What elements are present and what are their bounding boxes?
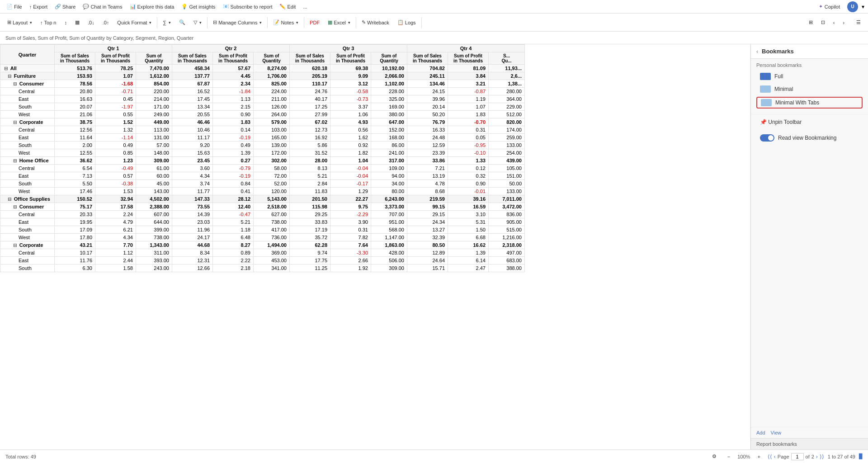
top-n-button[interactable]: ↑ Top n <box>37 19 60 27</box>
expand-row-icon[interactable]: ⊟ <box>8 74 13 79</box>
row-label-text: Consumer <box>19 81 44 86</box>
expand-row-icon[interactable]: ⊟ <box>13 120 18 125</box>
expand-row-icon[interactable]: ⊟ <box>13 204 18 209</box>
qtr2-header: Qtr 2 <box>172 45 290 52</box>
row-value: 2,6... <box>489 72 525 80</box>
row-value: 1.33 <box>448 157 489 165</box>
expand-panel-button[interactable]: ⊞ <box>805 18 816 27</box>
row-value: 393.00 <box>136 257 172 265</box>
layout-button[interactable]: ⊞ Layout <box>4 18 36 27</box>
menu-more[interactable]: ... <box>300 3 310 10</box>
decimal-down-button[interactable]: .0↓ <box>84 19 98 27</box>
table-container[interactable]: Quarter Qtr 1 Qtr 2 Qtr 3 Qtr 4 Sum of S… <box>0 44 750 449</box>
menu-subscribe[interactable]: 📧 Subscribe to report <box>220 3 275 10</box>
row-value: 0.55 <box>95 111 136 118</box>
row-value: -0.70 <box>448 118 489 126</box>
pdf-button[interactable]: PDF <box>306 19 323 27</box>
expand-row-icon[interactable]: ⊟ <box>13 158 18 163</box>
row-value: 2.15 <box>213 103 254 111</box>
row-value: 23.39 <box>407 149 448 157</box>
row-value: 325.00 <box>371 95 407 103</box>
prev-page-button[interactable]: ‹ <box>774 454 776 460</box>
row-value: 8,274.00 <box>254 65 290 72</box>
copilot-button[interactable]: ✦ Copilot <box>815 2 844 11</box>
search-button[interactable]: 🔍 <box>175 18 189 27</box>
sum-button[interactable]: ∑ <box>159 19 175 27</box>
row-value: 137.77 <box>172 72 213 80</box>
row-value: 6.68 <box>448 234 489 241</box>
row-value: 4.45 <box>213 72 254 80</box>
menu-share[interactable]: 🔗 Share <box>52 3 78 10</box>
row-value: 1.07 <box>448 103 489 111</box>
section-title: Personal bookmarks <box>756 62 863 68</box>
expand-row-icon[interactable]: ⊟ <box>4 66 9 71</box>
zoom-in-button[interactable]: + <box>754 453 764 461</box>
sort-asc-button[interactable]: ↕ <box>61 19 71 27</box>
row-value: 0.14 <box>213 126 254 134</box>
row-value: 2,518.00 <box>254 203 290 211</box>
row-value: 7.82 <box>330 234 371 241</box>
row-value: 449.00 <box>136 118 172 126</box>
row-value: 16.92 <box>290 134 330 142</box>
decimal-up-button[interactable]: .0↑ <box>99 19 113 27</box>
view-tab[interactable]: View <box>769 429 783 436</box>
menu-insights[interactable]: 💡 Get insights <box>179 3 218 10</box>
menu-chat-teams[interactable]: 💬 Chat in Teams <box>80 3 125 10</box>
row-value: 264.00 <box>254 111 290 118</box>
panel-back-icon[interactable]: ‹ <box>756 48 758 55</box>
excel-button[interactable]: ▦ Excel <box>324 18 354 27</box>
user-avatar[interactable]: U <box>847 1 858 12</box>
chevron-down-icon[interactable]: ▾ <box>862 4 864 10</box>
notes-button[interactable]: 📝 Notes <box>269 18 302 27</box>
nav-left-button[interactable]: ‹ <box>830 19 839 27</box>
writeback-button[interactable]: ✎ Writeback <box>358 18 393 27</box>
expand-row-icon[interactable]: ⊟ <box>13 81 18 86</box>
report-bookmarks-footer[interactable]: Report bookmarks <box>751 438 868 449</box>
unpin-toolbar-button[interactable]: 📌 Unpin Toolbar <box>756 116 863 128</box>
top-n-icon: ↑ <box>40 20 43 25</box>
conditional-format-button[interactable]: ▦ <box>71 18 83 27</box>
add-tab[interactable]: Add <box>755 429 767 436</box>
bookmark-minimal-tabs[interactable]: Minimal With Tabs <box>756 97 863 109</box>
menu-explore[interactable]: 📊 Explore this data <box>127 3 177 10</box>
row-value: 2.47 <box>448 265 489 272</box>
logs-button[interactable]: 📋 Logs <box>394 18 420 27</box>
row-value: 45.00 <box>136 180 172 188</box>
zoom-out-button[interactable]: − <box>724 453 734 461</box>
quick-format-button[interactable]: Quick Format <box>113 19 155 27</box>
notes-icon: 📝 <box>273 19 279 25</box>
nav-right-button[interactable]: › <box>839 19 848 27</box>
row-value: 4.93 <box>330 118 371 126</box>
next-page-button[interactable]: › <box>816 454 818 460</box>
bookmark-minimal[interactable]: Minimal <box>756 83 863 95</box>
expand-row-icon[interactable]: ⊟ <box>13 243 18 248</box>
menu-file[interactable]: 📄 File <box>4 3 25 10</box>
manage-columns-button[interactable]: ⊟ Manage Columns <box>209 18 265 27</box>
filter-button[interactable]: ▽ <box>190 18 205 27</box>
row-value: 3.21 <box>448 80 489 88</box>
row-value: 6.48 <box>213 234 254 241</box>
view-mode-button[interactable]: ⊡ <box>817 18 829 27</box>
row-value: 0.85 <box>95 149 136 157</box>
row-value: 80.00 <box>371 188 407 195</box>
read-view-toggle[interactable] <box>760 134 774 142</box>
menu-export[interactable]: ↑ Export <box>27 3 50 10</box>
bookmark-full[interactable]: Full <box>756 71 863 82</box>
read-view-toggle-row[interactable]: Read view Bookmarking <box>756 132 863 144</box>
row-value: 201.50 <box>290 195 330 203</box>
first-page-button[interactable]: ⟨⟨ <box>768 454 772 460</box>
row-value: 1.13 <box>213 95 254 103</box>
settings-button[interactable]: ⚙ <box>708 452 720 461</box>
row-value: 644.00 <box>136 218 172 226</box>
row-value: 17.45 <box>172 95 213 103</box>
page-input[interactable] <box>791 453 804 460</box>
last-page-button[interactable]: ⟩⟩ <box>820 454 824 460</box>
menu-edit[interactable]: ✏️ Edit <box>277 3 298 10</box>
row-label-text: West <box>19 189 30 194</box>
row-label: ⊟ Office Supplies <box>0 195 55 203</box>
row-value: 24.64 <box>407 257 448 265</box>
expand-row-icon[interactable]: ⊟ <box>8 197 13 202</box>
read-view-row[interactable]: Read view Bookmarking <box>751 130 868 146</box>
bookmark-list-button[interactable]: ☰ <box>853 18 864 27</box>
row-label-text: Office Supplies <box>14 196 50 202</box>
